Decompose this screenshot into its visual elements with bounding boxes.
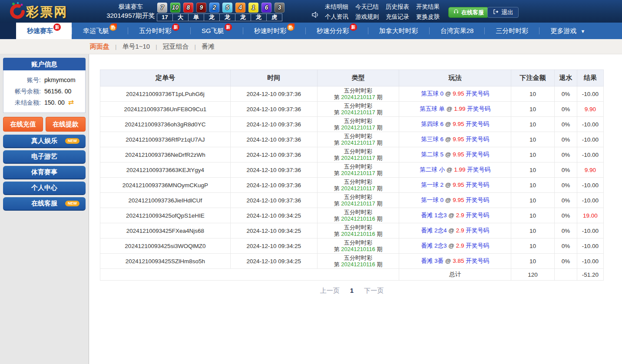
at-symbol: @ (443, 182, 453, 188)
draw-number-link[interactable]: 开奖号码 (464, 227, 490, 234)
time-cell: 2024-12-10 09:37:36 (230, 117, 317, 132)
play-link[interactable]: 番滩 2念4 (421, 227, 447, 234)
game-tabs-bar: 秒速赛车新幸运飞艇热五分时时彩新SG飞艇新秒速时时彩热秒速分分彩新加拿大时时彩台… (0, 23, 622, 39)
sidebar-action-button[interactable]: 在线充值 (3, 117, 43, 132)
current-page: 1 (350, 287, 354, 294)
game-tab[interactable]: 秒速分分彩新 (306, 23, 368, 39)
draw-number-link[interactable]: 开奖号码 (466, 106, 491, 112)
sidebar-menu-button[interactable]: 在线客服NEW (3, 197, 86, 211)
draw-number-link[interactable]: 开奖号码 (464, 151, 490, 158)
refresh-icon[interactable]: ⇄ (68, 97, 74, 108)
draw-number-link[interactable]: 开奖号码 (464, 242, 490, 249)
time-cell: 2024-12-10 09:34:25 (230, 254, 317, 269)
draw-number-link[interactable]: 开奖号码 (464, 136, 490, 142)
play-link[interactable]: 第一球 2 (421, 182, 443, 188)
play-link[interactable]: 第三球 6 (421, 136, 443, 142)
play-link[interactable]: 第五球 0 (421, 90, 443, 97)
subnav-item[interactable]: 番滩 (202, 43, 215, 51)
header-menu-link[interactable]: 历史报表 (386, 3, 409, 11)
play-link[interactable]: 番滩 3番 (421, 258, 443, 264)
game-tab[interactable]: 更多游戏▼ (539, 23, 596, 39)
current-draw-info: 极速赛车 32014957期开奖 (102, 2, 159, 20)
game-tab[interactable]: 秒速时时彩热 (243, 23, 305, 39)
draw-number-link[interactable]: 开奖号码 (464, 258, 490, 264)
draw-number-link[interactable]: 开奖号码 (464, 212, 490, 218)
game-tab[interactable]: 加拿大时时彩 (368, 23, 429, 39)
subnav-separator: | (195, 43, 196, 50)
at-symbol: @ (447, 212, 456, 218)
sidebar-menu-button[interactable]: 体育赛事 (3, 166, 86, 179)
type-name: 五分时时彩 (318, 103, 399, 109)
sidebar-menu-button[interactable]: 个人中心 (3, 182, 86, 195)
play-link[interactable]: 第四球 6 (421, 121, 443, 127)
site-logo[interactable]: 彩票网 (3, 1, 68, 23)
total-row: 总计 120 -51.20 (100, 269, 604, 281)
play-cell: 番滩 2念4 @ 2.9 开奖号码 (399, 223, 511, 238)
subnav-item[interactable]: 两面盘 (90, 43, 109, 51)
lottery-ball: 6 (261, 3, 271, 13)
period-suffix: 期 (375, 185, 383, 192)
header-menu-link[interactable]: 充值记录 (386, 13, 409, 21)
header-menu-link[interactable]: 开奖结果 (416, 3, 440, 11)
play-link[interactable]: 第五球 单 (420, 106, 445, 112)
draw-number-link[interactable]: 开奖号码 (466, 166, 491, 173)
play-link[interactable]: 番滩 1念3 (421, 212, 447, 218)
game-tab[interactable]: 台湾宾果28 (430, 23, 485, 39)
play-link[interactable]: 第一球 0 (421, 197, 443, 203)
lottery-ball: 2 (209, 3, 219, 13)
header-menu-link[interactable]: 游戏规则 (355, 13, 379, 21)
table-row: 20241210093736JieIHdlCUf2024-12-10 09:37… (100, 193, 604, 208)
draw-number-link[interactable]: 开奖号码 (464, 90, 490, 97)
type-name: 五分时时彩 (318, 118, 399, 124)
play-link[interactable]: 第二球 5 (421, 151, 443, 158)
order-number-cell: 2024121009373663KEJtYgy4 (100, 162, 231, 178)
period-number: 20241210117 (341, 139, 375, 146)
draw-attribute-cell: 龙 (204, 13, 220, 21)
prev-page-button[interactable]: 上一页 (320, 287, 340, 294)
rebate-cell: 0% (555, 178, 577, 193)
at-symbol: @ (447, 227, 456, 234)
game-tab[interactable]: 三分时时彩 (485, 23, 539, 39)
draw-number-link[interactable]: 开奖号码 (464, 197, 490, 203)
draw-number-link[interactable]: 开奖号码 (464, 121, 490, 127)
bet-amount-cell: 10 (511, 193, 555, 208)
column-header: 结果 (577, 70, 603, 86)
header-menu-link[interactable]: 今天已结 (355, 3, 379, 11)
header-menu-link[interactable]: 更换皮肤 (416, 13, 440, 21)
play-link[interactable]: 番滩 2念3 (421, 242, 447, 249)
logout-icon (493, 9, 499, 16)
result-cell: 9.90 (577, 102, 603, 117)
sidebar: 账户信息 账号:pkmymcom帐号余额:56156. 00未结金额:150. … (0, 54, 89, 364)
period-number: 20241210116 (341, 215, 375, 222)
odds-value: 9.95 (453, 151, 464, 158)
speaker-icon[interactable] (311, 10, 320, 21)
game-tab-label: 台湾宾果28 (440, 27, 474, 34)
draw-period-label: 32014957期开奖 (102, 11, 159, 20)
draw-number-link[interactable]: 开奖号码 (464, 182, 490, 188)
draw-attributes-row: 17大单龙龙龙龙虎 (157, 13, 288, 21)
game-tab[interactable]: 幸运飞艇热 (72, 23, 128, 39)
game-tab[interactable]: 秒速赛车新 (16, 23, 72, 39)
subnav-item[interactable]: 单号1~10 (122, 43, 150, 51)
next-page-button[interactable]: 下一页 (364, 287, 384, 294)
pagination: 上一页 1 下一页 (100, 287, 604, 295)
sidebar-action-button[interactable]: 在线提款 (46, 117, 86, 132)
play-link[interactable]: 第二球 小 (420, 166, 445, 173)
time-cell: 2024-12-10 09:37:36 (230, 147, 317, 162)
play-cell: 第二球 5 @ 9.95 开奖号码 (399, 147, 511, 162)
subnav-separator: | (156, 43, 157, 50)
period-number: 20241210117 (341, 94, 375, 100)
header-menu-link[interactable]: 未结明细 (325, 3, 348, 11)
game-tab[interactable]: 五分时时彩新 (128, 23, 190, 39)
header-menu-link[interactable]: 个人资讯 (325, 13, 348, 21)
sidebar-menu-button[interactable]: 电子游艺 (3, 150, 86, 164)
logout-button[interactable]: 退出 (487, 7, 519, 18)
rebate-cell: 0% (555, 193, 577, 208)
game-tab[interactable]: SG飞艇新 (191, 23, 243, 39)
subnav-item[interactable]: 冠亚组合 (163, 43, 189, 51)
odds-value: 9.95 (453, 182, 464, 188)
online-service-button[interactable]: 在线客服 (448, 7, 489, 18)
type-cell: 五分时时彩第 20241210116 期 (317, 254, 399, 269)
sidebar-menu-button[interactable]: 真人娱乐NEW (3, 135, 86, 148)
type-name: 五分时时彩 (318, 179, 399, 185)
